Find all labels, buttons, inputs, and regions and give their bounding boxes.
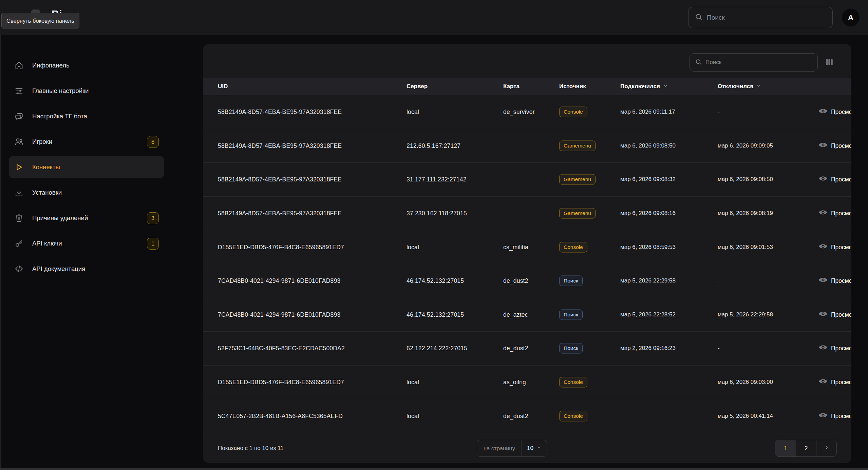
column-header-uid: UID	[218, 83, 228, 90]
sidebar-item-api-документация[interactable]: API документация	[9, 258, 164, 280]
table-row: D155E1ED-DBD5-476F-B4C8-E65965891ED7 loc…	[203, 230, 851, 264]
eye-icon	[818, 243, 828, 251]
global-search-input[interactable]	[707, 14, 826, 21]
uid-cell: 5C47E057-2B2B-481B-A156-A8FC5365AEFD	[218, 413, 343, 420]
action-cell: Просмотр	[818, 142, 851, 150]
sidebar-item-настройка-тг-бота[interactable]: Настройка ТГ бота	[9, 105, 164, 128]
table-row: 7CAD48B0-4021-4294-9871-6DE010FAD893 46.…	[203, 298, 851, 332]
column-settings-button[interactable]	[822, 55, 837, 70]
view-link[interactable]: Просмотр	[818, 176, 851, 183]
sidebar-item-игроки[interactable]: Игроки 8	[9, 131, 164, 153]
map-cell: de_dust2	[503, 413, 528, 420]
action-cell: Просмотр	[818, 243, 851, 251]
table-footer: Показано с 1 по 10 из 11 на страницу 10 …	[203, 433, 851, 463]
sidebar-item-инфопанель[interactable]: Инфопанель	[9, 54, 164, 77]
users-icon	[14, 137, 24, 146]
search-icon	[695, 13, 703, 22]
page-button-2[interactable]: 2	[796, 440, 816, 456]
source-badge: Console	[559, 107, 587, 117]
table-row: 58B2149A-8D57-4EBA-BE95-97A320318FEE 212…	[203, 129, 851, 163]
map-cell: cs_militia	[503, 243, 528, 251]
eye-icon	[818, 311, 828, 318]
uid-cell: 7CAD48B0-4021-4294-9871-6DE010FAD893	[218, 311, 340, 318]
table-row: 58B2149A-8D57-4EBA-BE95-97A320318FEE loc…	[203, 95, 851, 129]
source-cell: Поиск	[559, 309, 583, 320]
home-icon	[14, 61, 24, 70]
disconnected-cell: -	[718, 345, 720, 352]
sidebar-item-установки[interactable]: Установки	[9, 181, 164, 204]
uid-cell: 58B2149A-8D57-4EBA-BE95-97A320318FEE	[218, 176, 342, 183]
action-cell: Просмотр	[818, 345, 851, 352]
view-link-label: Просмотр	[831, 345, 851, 352]
server-cell: local	[407, 379, 419, 386]
view-link[interactable]: Просмотр	[818, 243, 851, 251]
source-badge: Gamemenu	[559, 140, 596, 151]
view-link[interactable]: Просмотр	[818, 412, 851, 420]
view-link[interactable]: Просмотр	[818, 311, 851, 318]
chevron-down-icon	[536, 445, 542, 452]
source-badge: Поиск	[559, 343, 583, 354]
sidebar-item-причины-удалений[interactable]: Причины удалений 3	[9, 207, 164, 229]
map-cell: as_oilrig	[503, 379, 526, 386]
action-cell: Просмотр	[818, 277, 851, 285]
sidebar-item-label: Настройка ТГ бота	[32, 113, 87, 120]
action-cell: Просмотр	[818, 412, 851, 420]
map-cell: de_survivor	[503, 109, 535, 116]
table-row: 58B2149A-8D57-4EBA-BE95-97A320318FEE 37.…	[203, 197, 851, 231]
view-link[interactable]: Просмотр	[818, 142, 851, 150]
table-row: 58B2149A-8D57-4EBA-BE95-97A320318FEE 31.…	[203, 163, 851, 197]
view-link[interactable]: Просмотр	[818, 378, 851, 386]
next-page-button[interactable]	[816, 440, 836, 456]
sidebar-item-label: Игроки	[32, 138, 52, 145]
pagination: 12	[775, 440, 837, 457]
page-button-1[interactable]: 1	[775, 440, 796, 456]
server-cell: 46.174.52.132:27015	[407, 311, 464, 318]
columns-icon	[824, 57, 834, 68]
connected-cell: мар 2, 2026 09:16:23	[620, 345, 676, 352]
sidebar-item-label: API ключи	[32, 240, 62, 247]
eye-icon	[818, 378, 828, 386]
page-size-select[interactable]: 10	[522, 440, 547, 456]
source-cell: Console	[559, 377, 587, 388]
table-row: 7CAD48B0-4021-4294-9871-6DE010FAD893 46.…	[203, 264, 851, 298]
disconnected-cell: мар 6, 2026 09:08:50	[718, 176, 773, 183]
view-link[interactable]: Просмотр	[818, 108, 851, 116]
view-link[interactable]: Просмотр	[818, 345, 851, 352]
view-link-label: Просмотр	[831, 379, 851, 386]
source-cell: Поиск	[559, 343, 583, 354]
view-link-label: Просмотр	[831, 210, 851, 217]
eye-icon	[818, 210, 828, 217]
disconnected-cell: -	[718, 109, 720, 115]
global-search[interactable]	[688, 7, 833, 28]
trash-icon	[14, 213, 24, 223]
column-header-connected[interactable]: Подключился	[620, 83, 668, 90]
action-cell: Просмотр	[818, 108, 851, 116]
source-badge: Gamemenu	[559, 208, 596, 219]
uid-cell: 58B2149A-8D57-4EBA-BE95-97A320318FEE	[218, 142, 342, 149]
user-avatar[interactable]: A	[842, 9, 860, 26]
uid-cell: 7CAD48B0-4021-4294-9871-6DE010FAD893	[218, 277, 340, 285]
sidebar-item-badge: 8	[147, 136, 159, 148]
view-link[interactable]: Просмотр	[818, 277, 851, 285]
eye-icon	[818, 345, 828, 352]
disconnected-cell: мар 6, 2026 09:01:53	[718, 244, 773, 251]
chat-icon	[14, 112, 24, 121]
disconnected-cell: мар 6, 2026 09:09:05	[718, 142, 773, 149]
sidebar-item-коннекты[interactable]: Коннекты	[9, 156, 164, 178]
disconnected-cell: мар 6, 2026 09:03:00	[718, 379, 773, 386]
connected-cell: мар 6, 2026 09:08:50	[620, 142, 676, 149]
column-header-map: Карта	[503, 83, 520, 90]
table-search[interactable]	[690, 53, 818, 72]
column-header-disconnected[interactable]: Отключился	[718, 83, 761, 90]
table-header-row: UID Сервер Карта Источник Подключился От…	[203, 78, 851, 95]
view-link[interactable]: Просмотр	[818, 210, 851, 217]
connected-cell: мар 6, 2026 09:08:32	[620, 176, 676, 183]
sidebar-item-главные-настройки[interactable]: Главные настройки	[9, 80, 164, 102]
table-search-input[interactable]	[705, 59, 812, 66]
table-body: 58B2149A-8D57-4EBA-BE95-97A320318FEE loc…	[203, 95, 851, 433]
server-cell: 31.177.111.232:27142	[407, 176, 467, 183]
chevron-right-icon	[824, 445, 829, 452]
disconnected-cell: -	[718, 277, 720, 284]
sidebar-item-api-ключи[interactable]: API ключи 1	[9, 232, 164, 255]
source-cell: Gamemenu	[559, 174, 596, 185]
